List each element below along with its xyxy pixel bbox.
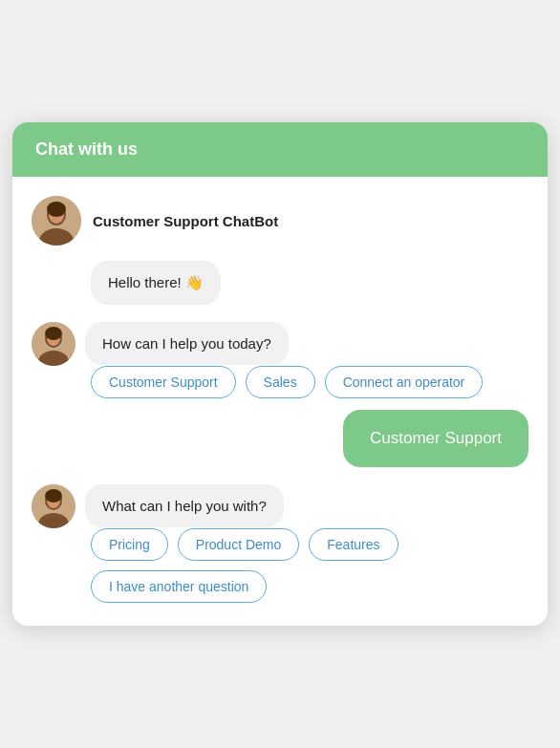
- avatar-help: [32, 322, 75, 366]
- bubble-help-text: How can I help you today?: [102, 335, 271, 352]
- bubble-help: How can I help you today?: [85, 322, 289, 365]
- quick-reply-pricing[interactable]: Pricing: [91, 528, 168, 561]
- quick-reply-product-demo[interactable]: Product Demo: [178, 528, 299, 561]
- chat-widget: Chat with us Customer Support ChatBot He…: [12, 122, 548, 626]
- quick-replies-help: Customer Support Sales Connect an operat…: [91, 366, 528, 398]
- svg-point-9: [45, 327, 62, 340]
- message-what-help-row: What can I help you with?: [32, 484, 528, 528]
- message-hello: Hello there! 👋: [32, 261, 528, 305]
- bot-identity-row: Customer Support ChatBot: [32, 196, 528, 246]
- chat-header-title: Chat with us: [35, 139, 138, 159]
- svg-point-14: [45, 489, 62, 502]
- quick-reply-features[interactable]: Features: [309, 528, 398, 561]
- avatar-what-help: [32, 484, 75, 528]
- bot-name: Customer Support ChatBot: [93, 213, 278, 229]
- message-help-row: How can I help you today?: [32, 322, 528, 366]
- bubble-hello-text: Hello there! 👋: [108, 274, 204, 290]
- chat-body: Customer Support ChatBot Hello there! 👋: [12, 177, 548, 626]
- bubble-what-help: What can I help you with?: [85, 484, 284, 527]
- bubble-user-text: Customer Support: [370, 429, 502, 447]
- message-what-help-section: What can I help you with? Pricing Produc…: [32, 484, 528, 603]
- quick-reply-sales[interactable]: Sales: [246, 366, 315, 398]
- quick-reply-connect-operator[interactable]: Connect an operator: [325, 366, 484, 398]
- message-user-reply: Customer Support: [32, 410, 528, 467]
- quick-replies-what-help: Pricing Product Demo Features I have ano…: [91, 528, 528, 603]
- avatar: [32, 196, 81, 246]
- quick-reply-another-question[interactable]: I have another question: [91, 570, 267, 603]
- quick-reply-customer-support[interactable]: Customer Support: [91, 366, 236, 398]
- bubble-what-help-text: What can I help you with?: [102, 498, 267, 514]
- svg-point-4: [47, 202, 66, 217]
- chat-header: Chat with us: [12, 122, 548, 177]
- bubble-hello: Hello there! 👋: [91, 261, 221, 305]
- bubble-user-reply: Customer Support: [343, 410, 528, 467]
- message-help-section: How can I help you today? Customer Suppo…: [32, 322, 528, 398]
